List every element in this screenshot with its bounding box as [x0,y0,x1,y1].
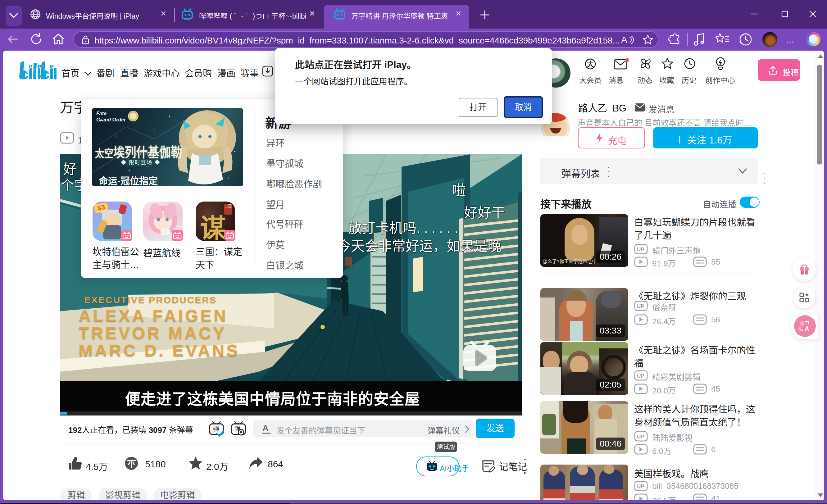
svg-text:A: A [621,35,627,45]
svg-text:中: 中 [799,320,805,327]
svg-text:A: A [805,325,809,332]
